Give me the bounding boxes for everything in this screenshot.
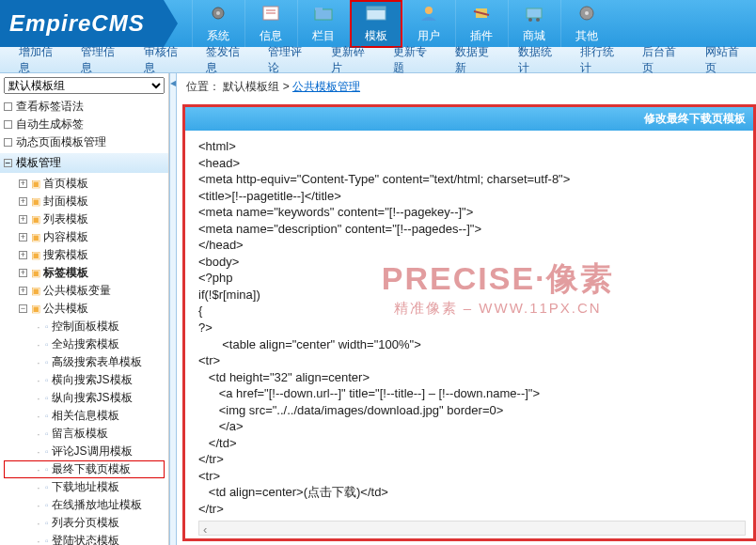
folder-icon: ▣ — [31, 213, 40, 226]
collapse-icon: − — [19, 304, 27, 313]
tree-label: 下载地址模板 — [52, 479, 119, 495]
subnav-link[interactable]: 后台首页 — [642, 44, 682, 76]
tree-section-header[interactable]: − 模板管理 — [0, 153, 168, 173]
main-nav-window[interactable]: 模板 — [350, 0, 402, 48]
tree-label: 查看标签语法 — [16, 99, 84, 115]
subnav-link[interactable]: 排行统计 — [580, 44, 620, 76]
tree-label: 列表模板 — [43, 211, 88, 227]
main-nav-folder[interactable]: 栏目 — [297, 0, 350, 48]
tree-file[interactable]: ·▫列表分页模板 — [4, 514, 165, 532]
svg-rect-8 — [367, 7, 386, 10]
subnav-link[interactable]: 数据更新 — [455, 44, 495, 76]
gear-icon — [203, 4, 233, 26]
tree-line: · — [32, 463, 45, 476]
tree-label: 最终下载页模板 — [52, 461, 131, 477]
main-nav-edit[interactable]: 信息 — [244, 0, 297, 48]
main-nav-cart[interactable]: 商城 — [508, 0, 560, 48]
subnav-link[interactable]: 签发信息 — [206, 44, 245, 76]
tree-label: 首页模板 — [43, 176, 88, 192]
tree-line: · — [32, 535, 45, 546]
main-nav-plugin[interactable]: 插件 — [455, 0, 508, 48]
subnav-link[interactable]: 增加信息 — [19, 44, 58, 76]
box-icon — [4, 102, 12, 111]
svg-rect-6 — [315, 8, 323, 10]
nav-label: 商城 — [509, 28, 560, 44]
tree-file[interactable]: ·▫留言板模板 — [4, 425, 165, 443]
tree-file[interactable]: ·▫纵向搜索JS模板 — [4, 389, 165, 407]
sidebar: 默认模板组 查看标签语法自动生成标签动态页面模板管理 − 模板管理 +▣首页模板… — [0, 73, 169, 545]
tree-label: 动态页面模板管理 — [16, 134, 106, 150]
file-icon: ▫ — [45, 428, 49, 439]
file-icon: ▫ — [45, 411, 49, 421]
tree-folder[interactable]: + ▣ 公共模板变量 — [4, 282, 165, 300]
horizontal-scrollbar[interactable] — [198, 521, 746, 536]
tree-folder[interactable]: +▣首页模板 — [4, 175, 165, 193]
expand-icon: + — [19, 197, 27, 206]
subnav-link[interactable]: 数据统计 — [518, 44, 558, 76]
tree-line: · — [32, 374, 45, 387]
expand-icon: + — [19, 233, 27, 241]
tree-folder-open[interactable]: − ▣ 公共模板 — [4, 300, 165, 318]
main-panel: 位置： 默认模板组 > 公共模板管理 修改最终下载页模板 <html> <hea… — [177, 73, 756, 545]
tree-file[interactable]: ·▫横向搜索JS模板 — [4, 371, 165, 389]
tree-label: 全站搜索模板 — [52, 336, 119, 352]
folder-icon: ▣ — [31, 249, 40, 261]
tree-folder[interactable]: + ▣ 标签模板 — [4, 264, 165, 282]
main-nav-other[interactable]: 其他 — [560, 0, 613, 48]
folder-icon — [308, 4, 339, 26]
svg-point-9 — [425, 7, 433, 14]
tree-label: 标签模板 — [43, 265, 88, 281]
subnav-link[interactable]: 管理评论 — [268, 44, 307, 76]
breadcrumb-sep: > — [283, 80, 292, 93]
tree-item[interactable]: 动态页面模板管理 — [4, 133, 165, 151]
tree-line: · — [32, 481, 45, 494]
tree-file[interactable]: ·▫下载地址模板 — [4, 478, 165, 496]
tree-line: · — [32, 392, 45, 405]
folder-icon: ▣ — [31, 231, 40, 243]
tree-file[interactable]: ·▫登陆状态模板 — [4, 532, 165, 545]
tree-file[interactable]: ·▫控制面板模板 — [4, 318, 165, 335]
tree-line: · — [32, 517, 45, 530]
code-editor[interactable]: <html> <head> <meta http-equiv="Content-… — [185, 131, 753, 537]
tree-label: 列表分页模板 — [52, 515, 119, 531]
tree-file[interactable]: ·▫评论JS调用模板 — [4, 443, 165, 460]
subnav-link[interactable]: 更新专题 — [393, 44, 433, 76]
template-group-select[interactable]: 默认模板组 — [4, 77, 165, 94]
tree-label: 搜索模板 — [43, 247, 88, 263]
code-content: <html> <head> <meta http-equiv="Content-… — [198, 138, 753, 537]
nav-label: 其他 — [561, 28, 613, 44]
collapse-icon: − — [4, 159, 12, 167]
tree-folder[interactable]: +▣内容模板 — [4, 228, 165, 246]
tree-line: · — [32, 428, 45, 441]
tree-folder[interactable]: +▣封面模板 — [4, 193, 165, 210]
main-nav: 系统信息栏目模板用户插件商城其他 — [192, 0, 613, 48]
tree-item[interactable]: 自动生成标签 — [4, 116, 165, 133]
tree-file[interactable]: ·▫最终下载页模板 — [4, 460, 165, 478]
subnav-link[interactable]: 管理信息 — [81, 44, 120, 76]
tree-folder[interactable]: +▣搜索模板 — [4, 246, 165, 264]
folder-icon: ▣ — [31, 303, 40, 315]
box-icon — [4, 138, 12, 147]
tree-file[interactable]: ·▫全站搜索模板 — [4, 335, 165, 353]
tree-folder[interactable]: +▣列表模板 — [4, 210, 165, 228]
tree-line: · — [32, 338, 45, 351]
subnav-link[interactable]: 审核信息 — [144, 44, 183, 76]
folder-icon: ▣ — [31, 267, 40, 279]
folder-icon: ▣ — [31, 195, 40, 208]
tree-file[interactable]: ·▫高级搜索表单模板 — [4, 353, 165, 371]
tree-label: 在线播放地址模板 — [52, 497, 142, 513]
tree-file[interactable]: ·▫在线播放地址模板 — [4, 496, 165, 514]
tree-item[interactable]: 查看标签语法 — [4, 98, 165, 116]
expand-icon: + — [19, 287, 27, 295]
subnav-link[interactable]: 网站首页 — [705, 44, 745, 76]
main-nav-user[interactable]: 用户 — [402, 0, 455, 48]
splitter[interactable]: ◀ — [169, 73, 177, 545]
chevron-left-icon: ◀ — [170, 79, 176, 87]
breadcrumb-link[interactable]: 公共模板管理 — [292, 80, 360, 93]
tree-label: 自动生成标签 — [16, 117, 84, 132]
main-nav-gear[interactable]: 系统 — [192, 0, 244, 48]
tree-file[interactable]: ·▫相关信息模板 — [4, 407, 165, 425]
tree-label: 高级搜索表单模板 — [52, 354, 142, 370]
file-icon: ▫ — [45, 500, 49, 510]
subnav-link[interactable]: 更新碎片 — [331, 44, 370, 76]
